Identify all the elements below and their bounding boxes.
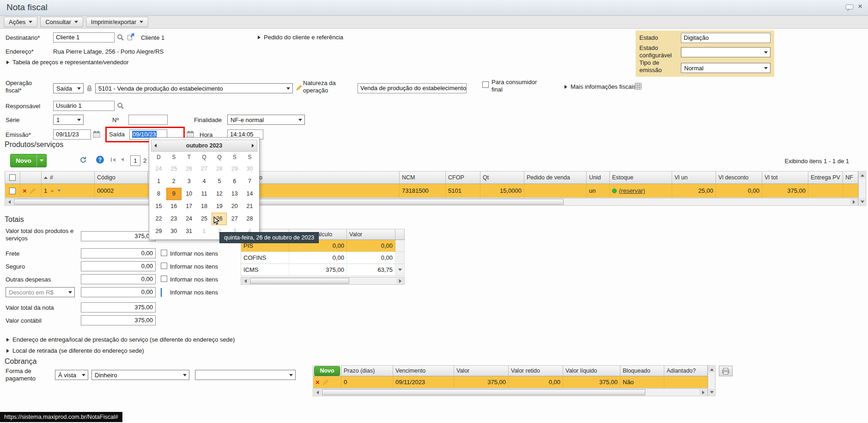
frete-informar-checkbox[interactable] (161, 250, 167, 256)
scroll-up-icon[interactable] (859, 172, 865, 178)
col-vl-un[interactable]: Vl un (672, 171, 716, 184)
novo-parcela-button[interactable]: Novo (314, 366, 340, 376)
scroll-thumb[interactable] (322, 389, 645, 395)
calendar-icon[interactable] (187, 130, 194, 138)
col-num[interactable]: # (42, 171, 95, 184)
calendar-day-21[interactable]: 21 (242, 200, 257, 213)
calendar-day-8[interactable]: 8 (151, 188, 166, 200)
col-entrega-pv[interactable]: Entrega PV (808, 171, 843, 184)
scroll-thumb[interactable] (14, 199, 564, 205)
destinatario-input[interactable]: Cliente 1 (53, 32, 115, 43)
desconto-informar-checkbox[interactable] (161, 288, 162, 297)
calendar-day-4[interactable]: 4 (197, 175, 212, 188)
scroll-right-icon[interactable] (396, 278, 404, 284)
search-icon[interactable] (117, 34, 124, 41)
produtos-vscrollbar[interactable] (858, 171, 866, 206)
calendar-day-10[interactable]: 10 (182, 188, 197, 200)
operacao-tipo-select[interactable]: Saída (53, 83, 84, 93)
edit-pencil-icon[interactable] (322, 379, 329, 386)
calendar-day-11[interactable]: 11 (197, 188, 212, 200)
calendar-day-20[interactable]: 20 (227, 200, 242, 213)
col-codigo[interactable]: Código (95, 171, 148, 184)
col-valor-liquido[interactable]: Valor líquido (563, 365, 620, 376)
seguro-informar-checkbox[interactable] (161, 263, 167, 269)
cobranca-hscrollbar[interactable] (313, 388, 708, 396)
help-icon[interactable]: ? (96, 156, 104, 164)
scroll-down-icon[interactable] (395, 264, 405, 276)
scroll-down-icon[interactable] (709, 389, 715, 395)
natureza-operacao-input[interactable]: Venda de produção do estabelecimento (358, 83, 467, 93)
refresh-icon[interactable] (79, 156, 87, 164)
calendar-day-14[interactable]: 14 (242, 188, 257, 200)
calendar-day-24[interactable]: 24 (182, 213, 197, 225)
calendar-day-1[interactable]: 1 (197, 225, 212, 238)
expander-mais-informacoes[interactable]: Mais informações fiscais (565, 83, 636, 90)
col-valor-retido[interactable]: Valor retido (509, 365, 563, 376)
calendar-day-18[interactable]: 18 (197, 200, 212, 213)
calendar-day-13[interactable]: 13 (227, 188, 242, 200)
frete-input[interactable]: 0,00 (81, 248, 156, 258)
condicao-pagamento-select[interactable]: À vista (55, 370, 88, 380)
calendar-day-30[interactable]: 30 (242, 163, 257, 175)
search-icon[interactable] (117, 102, 124, 110)
col-nf[interactable]: NF (843, 171, 858, 184)
select-all-checkbox[interactable] (9, 174, 16, 181)
calendar-day-19[interactable]: 19 (212, 200, 227, 213)
consumidor-final-checkbox[interactable] (482, 81, 489, 88)
conta-select[interactable] (195, 370, 296, 380)
finalidade-select[interactable]: NF-e normal (227, 115, 305, 125)
calendar-day-1[interactable]: 1 (151, 175, 166, 188)
calendar-day-25[interactable]: 25 (166, 163, 182, 175)
responsavel-input[interactable]: Usuário 1 (53, 101, 115, 111)
calendar-day-17[interactable]: 17 (182, 200, 197, 213)
outras-despesas-input[interactable]: 0,00 (81, 274, 156, 284)
comment-bubble-icon[interactable] (845, 4, 854, 12)
scroll-right-icon[interactable] (699, 389, 707, 395)
scroll-right-icon[interactable] (850, 199, 857, 205)
cobranca-table-row[interactable]: × 0 09/11/2023 375,00 0,00 375,00 Não (313, 376, 708, 388)
imposto-row-cofins[interactable]: COFINS 0,00 0,00 (241, 252, 405, 264)
delete-icon[interactable]: × (23, 187, 27, 194)
menu-imprimir-exportar[interactable]: Imprimir/exportar (86, 17, 148, 27)
novo-item-button[interactable]: Novo (10, 154, 47, 167)
calendar-day-27[interactable]: 27 (227, 213, 242, 225)
edit-pencil-icon[interactable] (296, 84, 303, 91)
col-valor[interactable]: Valor (454, 365, 509, 376)
calendar-day-29[interactable]: 29 (227, 163, 242, 175)
calendar-day-28[interactable]: 28 (212, 163, 227, 175)
expander-endereco-entrega[interactable]: Endereço de entrega/local de prestação d… (6, 336, 235, 343)
page-2-link[interactable]: 2 (143, 157, 146, 164)
seguro-input[interactable]: 0,00 (81, 261, 156, 271)
prev-page-icon[interactable] (121, 158, 124, 161)
expander-tabela-precos[interactable]: Tabela de preços e representante/vendedo… (6, 59, 129, 66)
produto-table-row[interactable]: × 1 00002 73181500 5101 15,0000 un (rese… (5, 184, 858, 198)
col-adiantado[interactable]: Adiantado? (664, 365, 708, 376)
print-parcelas-button[interactable] (719, 366, 733, 376)
calendar-day-22[interactable]: 22 (151, 213, 166, 225)
col-valor[interactable]: Valor (347, 229, 395, 240)
col-estoque[interactable]: Estoque (610, 171, 672, 184)
current-page-box[interactable]: 1 (130, 155, 140, 166)
scroll-left-icon[interactable] (6, 199, 13, 205)
calendar-day-26[interactable]: 26 (182, 163, 197, 175)
scroll-thumb[interactable] (250, 278, 349, 284)
numero-input[interactable] (128, 115, 168, 125)
operacao-fiscal-select[interactable]: 5101 - Venda de produção do estabelecime… (95, 83, 293, 93)
estado-configuravel-select[interactable] (681, 47, 771, 57)
outras-informar-checkbox[interactable] (161, 276, 167, 282)
calendar-day-2[interactable]: 2 (166, 175, 182, 188)
calendar-day-6[interactable]: 6 (227, 175, 242, 188)
col-cfop[interactable]: CFOP (446, 171, 480, 184)
desconto-select[interactable]: Desconto em R$ (6, 287, 75, 297)
calendar-day-3[interactable]: 3 (182, 175, 197, 188)
calendar-day-27[interactable]: 27 (197, 163, 212, 175)
move-down-icon[interactable] (57, 190, 61, 192)
first-page-icon[interactable] (111, 158, 115, 162)
reservar-link[interactable]: (reservar) (619, 187, 645, 194)
prev-month-icon[interactable] (154, 144, 157, 147)
col-ncm[interactable]: NCM (400, 171, 446, 184)
calendar-day-23[interactable]: 23 (166, 213, 182, 225)
calendar-day-9[interactable]: 9 (166, 188, 182, 200)
calendar-day-29[interactable]: 29 (151, 225, 166, 238)
col-vl-desconto[interactable]: Vl desconto (716, 171, 762, 184)
